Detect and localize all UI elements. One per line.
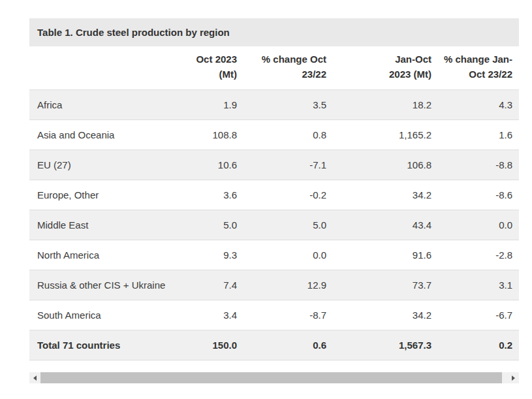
table-body: Africa 1.9 3.5 18.2 4.3 Asia and Oceania… xyxy=(29,89,519,360)
value-cell: 1,165.2 xyxy=(333,120,438,150)
region-column-header xyxy=(29,46,178,89)
column-header-oct-2023: Oct 2023 (Mt) xyxy=(178,46,243,89)
value-cell: 0.0 xyxy=(438,210,519,240)
column-header-line: % change Jan- xyxy=(438,52,512,67)
value-cell: 3.4 xyxy=(178,300,243,330)
value-cell: 1.6 xyxy=(438,120,519,150)
scroll-right-button[interactable] xyxy=(508,372,519,383)
value-cell: 5.0 xyxy=(243,210,333,240)
value-cell: 73.7 xyxy=(333,270,438,300)
value-cell: -8.6 xyxy=(438,180,519,210)
value-cell: 0.2 xyxy=(438,330,519,360)
value-cell: 3.1 xyxy=(438,270,519,300)
scroll-right-icon xyxy=(512,375,515,381)
value-cell: -8.8 xyxy=(438,150,519,180)
table-row-north-america: North America 9.3 0.0 91.6 -2.8 xyxy=(29,240,519,270)
scroll-left-button[interactable] xyxy=(29,372,40,383)
value-cell: 91.6 xyxy=(333,240,438,270)
value-cell: 18.2 xyxy=(333,89,438,120)
page: { "panel": { "title": "Table 1. Crude st… xyxy=(0,0,532,399)
value-cell: 43.4 xyxy=(333,210,438,240)
table-row-asia-oceania: Asia and Oceania 108.8 0.8 1,165.2 1.6 xyxy=(29,120,519,150)
column-header-pct-change-oct: % change Oct 23/22 xyxy=(243,46,333,89)
value-cell: 0.6 xyxy=(243,330,333,360)
region-cell: EU (27) xyxy=(29,150,178,180)
value-cell: -8.7 xyxy=(243,300,333,330)
region-cell: Russia & other CIS + Ukraine xyxy=(29,270,178,300)
value-cell: 108.8 xyxy=(178,120,243,150)
crude-steel-table-panel: Table 1. Crude steel production by regio… xyxy=(29,18,519,360)
value-cell: 10.6 xyxy=(178,150,243,180)
column-header-line: Jan-Oct xyxy=(333,52,431,67)
scrollbar-track[interactable] xyxy=(40,372,508,383)
table-row-russia-cis-ukraine: Russia & other CIS + Ukraine 7.4 12.9 73… xyxy=(29,270,519,300)
region-cell: Africa xyxy=(29,89,178,120)
value-cell: 106.8 xyxy=(333,150,438,180)
value-cell: 0.8 xyxy=(243,120,333,150)
value-cell: -7.1 xyxy=(243,150,333,180)
column-header-line: 2023 (Mt) xyxy=(333,67,431,82)
value-cell: -2.8 xyxy=(438,240,519,270)
column-header-pct-change-jan-oct: % change Jan- Oct 23/22 xyxy=(438,46,519,89)
region-cell: Total 71 countries xyxy=(29,330,178,360)
table-header: Oct 2023 (Mt) % change Oct 23/22 Jan-Oct… xyxy=(29,46,519,89)
column-header-line: Oct 23/22 xyxy=(438,67,512,82)
table-title: Table 1. Crude steel production by regio… xyxy=(29,18,519,46)
value-cell: 1,567.3 xyxy=(333,330,438,360)
scroll-left-icon xyxy=(33,375,37,381)
region-cell: Middle East xyxy=(29,210,178,240)
region-cell: Asia and Oceania xyxy=(29,120,178,150)
column-header-line: % change Oct xyxy=(243,52,326,67)
value-cell: 3.5 xyxy=(243,89,333,120)
value-cell: 12.9 xyxy=(243,270,333,300)
table-row-eu27: EU (27) 10.6 -7.1 106.8 -8.8 xyxy=(29,150,519,180)
table-row-africa: Africa 1.9 3.5 18.2 4.3 xyxy=(29,89,519,120)
region-cell: North America xyxy=(29,240,178,270)
value-cell: 34.2 xyxy=(333,180,438,210)
value-cell: 7.4 xyxy=(178,270,243,300)
scrollbar-thumb[interactable] xyxy=(40,372,502,383)
value-cell: -0.2 xyxy=(243,180,333,210)
value-cell: 34.2 xyxy=(333,300,438,330)
value-cell: 4.3 xyxy=(438,89,519,120)
column-header-line: Oct 2023 xyxy=(178,52,237,67)
column-header-jan-oct-2023: Jan-Oct 2023 (Mt) xyxy=(333,46,438,89)
value-cell: 0.0 xyxy=(243,240,333,270)
value-cell: 5.0 xyxy=(178,210,243,240)
table-row-south-america: South America 3.4 -8.7 34.2 -6.7 xyxy=(29,300,519,330)
region-cell: South America xyxy=(29,300,178,330)
value-cell: 1.9 xyxy=(178,89,243,120)
region-cell: Europe, Other xyxy=(29,180,178,210)
value-cell: 9.3 xyxy=(178,240,243,270)
table-row-total: Total 71 countries 150.0 0.6 1,567.3 0.2 xyxy=(29,330,519,360)
value-cell: -6.7 xyxy=(438,300,519,330)
value-cell: 150.0 xyxy=(178,330,243,360)
table-row-middle-east: Middle East 5.0 5.0 43.4 0.0 xyxy=(29,210,519,240)
header-row: Oct 2023 (Mt) % change Oct 23/22 Jan-Oct… xyxy=(29,46,519,89)
column-header-line: 23/22 xyxy=(243,67,326,82)
value-cell: 3.6 xyxy=(178,180,243,210)
table-row-europe-other: Europe, Other 3.6 -0.2 34.2 -8.6 xyxy=(29,180,519,210)
column-header-line: (Mt) xyxy=(178,67,237,82)
crude-steel-table: Oct 2023 (Mt) % change Oct 23/22 Jan-Oct… xyxy=(29,46,519,360)
horizontal-scrollbar[interactable] xyxy=(29,372,519,383)
